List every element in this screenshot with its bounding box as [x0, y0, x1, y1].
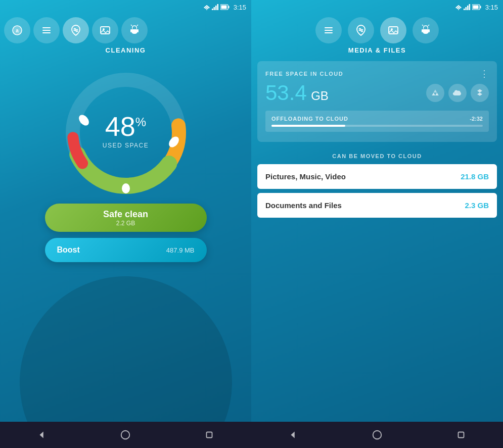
svg-rect-42	[473, 6, 478, 9]
offload-label-row: OFFLOADING TO CLOUD -2:32	[271, 116, 483, 122]
pictures-size: 21.8 GB	[461, 172, 489, 181]
left-panel: 3:15 a	[0, 0, 251, 448]
dropbox-icon	[475, 88, 485, 98]
cloud-more-btn[interactable]: ⋮	[480, 69, 489, 78]
svg-rect-36	[464, 9, 465, 10]
cloud-size-display: 53.4 GB	[265, 82, 329, 104]
documents-file-card[interactable]: Documents and Files 2.3 GB	[257, 193, 497, 218]
status-bar-left: 3:15	[0, 0, 251, 14]
section-label-right: MEDIA & FILES	[251, 46, 503, 54]
boost-button[interactable]: Boost 487.9 MB	[45, 238, 207, 262]
recent-icon	[204, 429, 215, 440]
recent-button-left[interactable]	[194, 422, 224, 448]
home-button-right[interactable]	[362, 422, 392, 448]
svg-rect-32	[207, 432, 212, 438]
svg-rect-43	[325, 27, 333, 28]
battery-icon-right	[472, 4, 481, 10]
svg-text:a: a	[16, 28, 19, 33]
safe-clean-label: Safe clean	[103, 209, 148, 220]
svg-line-53	[428, 25, 429, 26]
svg-marker-30	[39, 432, 43, 438]
documents-size: 2.3 GB	[465, 201, 489, 210]
android-icon	[128, 24, 141, 36]
pictures-file-card[interactable]: Pictures, Music, Video 21.8 GB	[257, 164, 497, 189]
nav-media-right-btn[interactable]	[380, 17, 406, 43]
back-button-left[interactable]	[27, 422, 57, 448]
cloud-icon	[452, 88, 463, 98]
cloud-card-header: FREE SPACE IN CLOUD ⋮	[265, 69, 489, 78]
svg-rect-37	[465, 7, 467, 10]
menu-icon	[40, 24, 53, 36]
svg-point-28	[122, 183, 130, 193]
svg-point-51	[427, 28, 428, 29]
signal-icon	[212, 4, 219, 10]
donut-center-text: 48% USED SPACE	[103, 113, 149, 149]
nav-menu-right-btn[interactable]	[315, 17, 342, 43]
svg-point-35	[458, 9, 459, 10]
svg-rect-9	[221, 6, 226, 9]
donut-chart: 48% USED SPACE	[60, 67, 192, 198]
cloud-service-icons	[426, 84, 489, 102]
svg-marker-54	[477, 89, 482, 96]
safe-clean-sublabel: 2.2 GB	[116, 220, 135, 227]
svg-rect-17	[130, 29, 131, 32]
nav-android-right-btn[interactable]	[413, 17, 439, 43]
dropbox-btn[interactable]	[471, 84, 489, 102]
home-icon	[120, 429, 131, 440]
can-move-label: CAN BE MOVED TO CLOUD	[326, 146, 428, 162]
google-drive-icon	[430, 88, 440, 98]
offload-row: OFFLOADING TO CLOUD -2:32	[265, 111, 489, 132]
svg-rect-6	[217, 4, 218, 10]
svg-point-31	[121, 431, 130, 439]
svg-line-21	[131, 25, 132, 26]
home-button-left[interactable]	[110, 422, 141, 448]
svg-rect-8	[228, 6, 229, 9]
cleaning-icon	[70, 24, 82, 36]
boost-sublabel: 487.9 MB	[166, 246, 195, 254]
nav-cleaning-btn[interactable]	[63, 17, 89, 43]
svg-point-56	[373, 431, 382, 439]
avast-icon: a	[11, 24, 23, 36]
image-icon-right	[387, 24, 399, 36]
bottom-nav-left	[0, 422, 251, 448]
progress-bar-fill	[271, 125, 345, 127]
recent-button-right[interactable]	[446, 422, 476, 448]
svg-rect-4	[213, 7, 215, 10]
svg-rect-12	[42, 27, 51, 28]
nav-menu-btn[interactable]	[33, 17, 60, 43]
svg-rect-13	[42, 30, 51, 31]
svg-line-22	[137, 25, 138, 26]
svg-rect-38	[467, 6, 469, 10]
svg-rect-57	[459, 432, 464, 438]
nav-media-btn[interactable]	[92, 17, 118, 43]
signal-icon-right	[464, 4, 471, 10]
top-nav-right	[251, 14, 503, 46]
section-label-left: CLEANING	[0, 46, 251, 54]
svg-marker-55	[291, 432, 294, 438]
offload-time: -2:32	[470, 116, 483, 122]
progress-bar-bg	[271, 125, 483, 127]
documents-label: Documents and Files	[265, 201, 342, 210]
svg-rect-5	[215, 6, 217, 10]
svg-rect-14	[42, 32, 51, 33]
nav-avast-btn[interactable]: a	[4, 17, 30, 43]
google-drive-btn[interactable]	[426, 84, 444, 102]
nav-android-btn[interactable]	[121, 17, 148, 43]
svg-point-2	[206, 9, 207, 10]
cloud-service-btn[interactable]	[448, 84, 467, 102]
menu-icon-right	[323, 24, 335, 36]
safe-clean-button[interactable]: Safe clean 2.2 GB	[45, 204, 207, 232]
android-icon-right	[420, 24, 432, 36]
boost-label: Boost	[57, 245, 80, 255]
svg-point-50	[424, 28, 425, 29]
battery-icon	[220, 4, 230, 10]
back-button-right[interactable]	[278, 422, 308, 448]
back-icon-right	[288, 429, 299, 440]
svg-rect-39	[469, 4, 470, 10]
nav-cleaning-right-btn[interactable]	[348, 17, 374, 43]
time-right: 3:15	[485, 4, 498, 11]
bottom-nav-right	[251, 422, 503, 448]
svg-rect-49	[429, 29, 430, 32]
cloud-size-unit: GB	[311, 89, 329, 103]
svg-point-19	[133, 28, 134, 29]
